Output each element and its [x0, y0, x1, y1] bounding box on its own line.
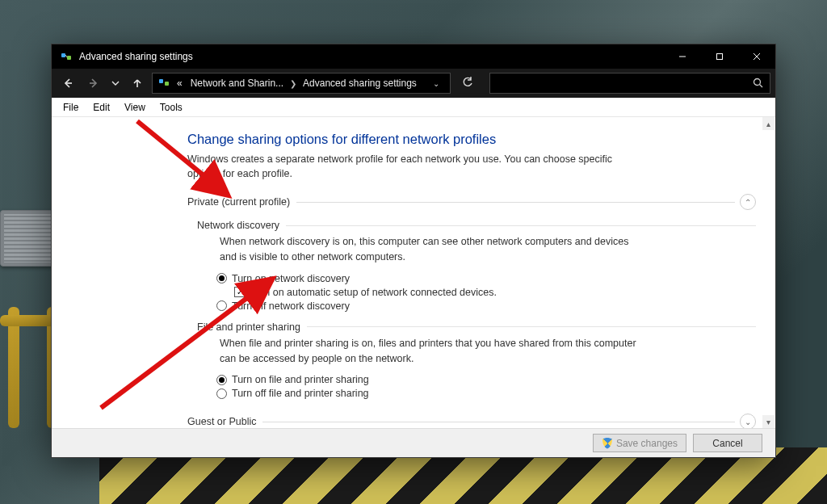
refresh-button[interactable]	[454, 77, 481, 90]
save-changes-button[interactable]: Save changes	[593, 434, 686, 452]
radio-icon	[216, 388, 227, 399]
page-title: Change sharing options for different net…	[187, 132, 756, 147]
radio-nd-off[interactable]: Turn off network discovery	[216, 300, 756, 312]
cancel-button[interactable]: Cancel	[693, 434, 762, 452]
forward-button[interactable]	[82, 72, 105, 94]
breadcrumb-prefix[interactable]: «	[174, 78, 186, 89]
svg-rect-9	[165, 82, 169, 86]
menu-view[interactable]: View	[118, 99, 152, 116]
uac-shield-icon	[602, 438, 613, 449]
radio-icon	[216, 273, 227, 284]
content-pane: Change sharing options for different net…	[52, 117, 775, 428]
radio-icon	[216, 300, 227, 311]
breadcrumb-advanced-sharing[interactable]: Advanced sharing settings	[300, 78, 420, 89]
titlebar[interactable]: Advanced sharing settings	[52, 44, 775, 69]
radio-nd-on[interactable]: Turn on network discovery	[216, 273, 756, 284]
section-rule	[296, 202, 735, 203]
group-file-printer-sharing: File and printer sharing	[197, 321, 756, 333]
group-network-discovery: Network discovery	[197, 220, 756, 231]
search-input[interactable]	[489, 73, 770, 94]
maximize-button[interactable]	[701, 44, 738, 69]
svg-rect-3	[717, 54, 723, 60]
radio-fps-on[interactable]: Turn on file and printer sharing	[216, 374, 756, 385]
svg-rect-8	[159, 79, 163, 83]
svg-point-10	[754, 79, 761, 86]
window-title: Advanced sharing settings	[79, 51, 193, 62]
menubar: File Edit View Tools	[52, 98, 775, 117]
svg-line-11	[760, 85, 763, 88]
svg-rect-1	[67, 56, 71, 60]
network-sharing-icon	[157, 76, 170, 91]
radio-nd-on-label: Turn on network discovery	[232, 273, 350, 284]
chevron-right-icon[interactable]: ❯	[288, 79, 298, 88]
checkbox-icon: ✓	[234, 287, 245, 297]
back-button[interactable]	[57, 72, 79, 94]
dialog-button-bar: Save changes Cancel	[52, 428, 775, 457]
cancel-label: Cancel	[712, 438, 742, 449]
menu-edit[interactable]: Edit	[86, 99, 116, 116]
search-icon	[753, 78, 763, 90]
section-private-label: Private (current profile)	[187, 196, 290, 208]
expand-icon[interactable]: ⌄	[740, 414, 756, 428]
fps-desc: When file and printer sharing is on, fil…	[220, 336, 640, 367]
recent-dropdown-button[interactable]	[108, 72, 123, 94]
navbar: « Network and Sharin... ❯ Advanced shari…	[52, 69, 775, 98]
svg-rect-0	[61, 53, 65, 57]
group-network-discovery-label: Network discovery	[197, 220, 279, 231]
menu-tools[interactable]: Tools	[153, 99, 189, 116]
check-auto-setup[interactable]: ✓ Turn on automatic setup of network con…	[234, 287, 756, 298]
address-dropdown-button[interactable]: ⌄	[426, 79, 447, 88]
check-auto-setup-label: Turn on automatic setup of network conne…	[250, 287, 497, 298]
scroll-up-button[interactable]: ▴	[762, 117, 775, 130]
page-subtitle: Windows creates a separate network profi…	[187, 152, 640, 181]
close-button[interactable]	[738, 44, 775, 69]
network-sharing-icon	[60, 50, 73, 63]
menu-file[interactable]: File	[57, 99, 85, 116]
group-fps-label: File and printer sharing	[197, 321, 300, 333]
radio-nd-off-label: Turn off network discovery	[232, 300, 350, 312]
section-guest-public[interactable]: Guest or Public ⌄	[187, 414, 756, 428]
section-private-profile[interactable]: Private (current profile) ⌃	[187, 194, 756, 210]
radio-icon	[216, 375, 227, 385]
address-bar[interactable]: « Network and Sharin... ❯ Advanced shari…	[152, 73, 451, 94]
breadcrumb-network-sharing[interactable]: Network and Sharin...	[187, 78, 287, 89]
radio-fps-on-label: Turn on file and printer sharing	[232, 374, 369, 385]
section-guest-label: Guest or Public	[187, 416, 256, 427]
window-advanced-sharing: Advanced sharing settings « Network and …	[51, 44, 776, 458]
up-button[interactable]	[126, 72, 149, 94]
radio-fps-off[interactable]: Turn off file and printer sharing	[216, 388, 756, 399]
radio-fps-off-label: Turn off file and printer sharing	[232, 388, 369, 399]
minimize-button[interactable]	[664, 44, 701, 69]
collapse-icon[interactable]: ⌃	[740, 194, 756, 210]
scroll-down-button[interactable]: ▾	[762, 415, 775, 428]
network-discovery-desc: When network discovery is on, this compu…	[220, 234, 640, 265]
save-changes-label: Save changes	[616, 438, 678, 449]
